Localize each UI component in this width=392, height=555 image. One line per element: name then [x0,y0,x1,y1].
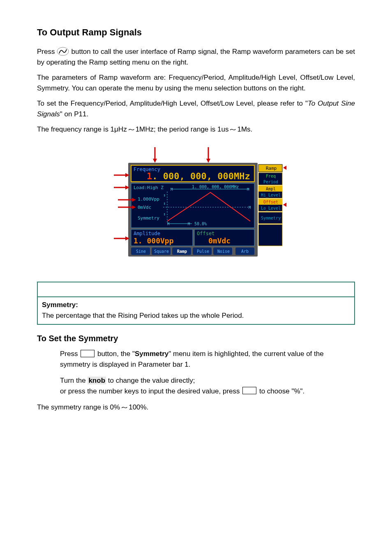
text: " on P11. [60,110,88,118]
text: Turn the [60,377,88,384]
bold-symmetry: Symmetry [135,350,168,358]
dc-readout: 0mVdc [138,205,151,210]
knob-highlight: knob [88,377,106,384]
svg-text:1. 000, 000, 000MHz: 1. 000, 000, 000MHz [147,171,250,181]
tilde-glyph: ～ [126,124,136,135]
menu-header-ramp: Ramp [266,166,277,171]
step-2: Turn the knob to change the value direct… [60,375,355,396]
symmetry-readout-value: 50.0% [194,222,207,226]
glossary-header-spacer [38,282,354,297]
ramp-waveform-icon [57,47,69,56]
paragraph-intro: Press button to call the user interface … [37,46,355,67]
menu-item-ampl[interactable]: Ampl [266,187,276,191]
glossary-box: Symmetry: The percentage that the Rising… [37,282,355,325]
amplitude-label: Amplitude [134,231,160,236]
load-label: Load:High Z [134,185,164,190]
menu-item-offset[interactable]: Offset [263,200,278,204]
text: Press [60,350,80,358]
step-1: Press button, the "Symmetry" menu item i… [60,349,355,370]
svg-text:↕: ↕ [163,201,166,206]
text: button to call the user interface of Ram… [37,48,355,66]
glossary-definition: The percentage that the Rising Period ta… [42,310,350,321]
text: The frequency range is 1μHz [37,125,127,133]
menu-item-hilevel[interactable]: Hi_Level [261,193,281,198]
text: 1Ms. [237,125,252,133]
tab-square[interactable]: Square [154,249,169,254]
text: button, the " [97,350,135,358]
offset-value: 0mVdc [208,236,231,245]
heading-output-ramp: To Output Ramp Signals [37,25,355,39]
tab-sine[interactable]: Sine [136,249,146,254]
menu-item-freq[interactable]: Freq [266,174,276,178]
arrow-right-icon [114,236,129,240]
x-axis-label: 1. 000, 000, 000MHz [192,185,239,189]
text: or press the number keys to input the de… [60,387,242,395]
glossary-term: Symmetry: [42,300,350,310]
text: to change the value directly; [106,377,195,384]
svg-rect-36 [258,224,282,246]
text: 1MHz; the period range is 1us [136,125,229,133]
text: 100%. [129,403,148,411]
arrow-right-icon [114,173,129,177]
paragraph-params: The parameters of Ramp waveform are: Fre… [37,72,355,93]
tilde-glyph: ～ [120,402,129,413]
svg-text:M: M [188,222,190,226]
svg-marker-2 [153,159,157,163]
tab-pulse[interactable]: Pulse [197,249,209,254]
svg-text:M: M [167,222,170,226]
text: To set the Frequency/Period, Amplitude/H… [37,99,308,107]
svg-text:↕: ↕ [163,212,166,216]
arrow-right-icon [114,185,129,190]
paragraph-refer: To set the Frequency/Period, Amplitude/H… [37,98,355,119]
arrow-left-icon [283,203,286,207]
tab-noise[interactable]: Noise [217,249,230,254]
tilde-glyph: ～ [228,124,238,135]
arrow-left-icon [283,166,286,170]
text: to choose "%". [259,387,304,395]
freq-value-rest: . 000, 000, 000MHz [152,171,250,181]
device-screenshot: Frequency 1. 000, 000, 000MHz Load:High … [37,143,355,266]
arrow-down-icon [206,147,210,163]
svg-text:M: M [171,187,173,192]
svg-text:↕: ↕ [163,193,166,197]
menu-item-symmetry[interactable]: Symmetry [261,216,281,220]
tab-arb[interactable]: Arb [241,249,249,254]
vpp-readout: 1.000Vpp [138,197,159,202]
tab-ramp[interactable]: Ramp [177,249,187,254]
svg-marker-4 [206,159,210,163]
freq-digit-active: 1 [147,171,152,181]
paragraph-sym-range: The symmetry range is 0%～100%. [37,402,355,413]
heading-set-symmetry: To Set the Symmetry [37,332,355,345]
svg-text:M: M [247,187,249,192]
svg-text:M: M [249,206,251,210]
menu-item-lolevel[interactable]: Lo_Level [261,206,281,211]
svg-marker-48 [283,166,286,170]
text: Press [37,48,57,56]
amplitude-value: 1. 000Vpp [134,236,174,245]
paragraph-range: The frequency range is 1μHz～1MHz; the pe… [37,124,355,135]
svg-marker-50 [283,203,286,207]
text: The symmetry range is 0% [37,403,120,411]
menu-item-period[interactable]: Period [263,180,278,184]
function-key-placeholder[interactable] [81,350,95,357]
arrow-down-icon [153,147,157,163]
offset-label: Offset [197,231,214,236]
function-key-placeholder[interactable] [242,387,256,394]
symmetry-readout-label: Symmetry [138,215,159,221]
